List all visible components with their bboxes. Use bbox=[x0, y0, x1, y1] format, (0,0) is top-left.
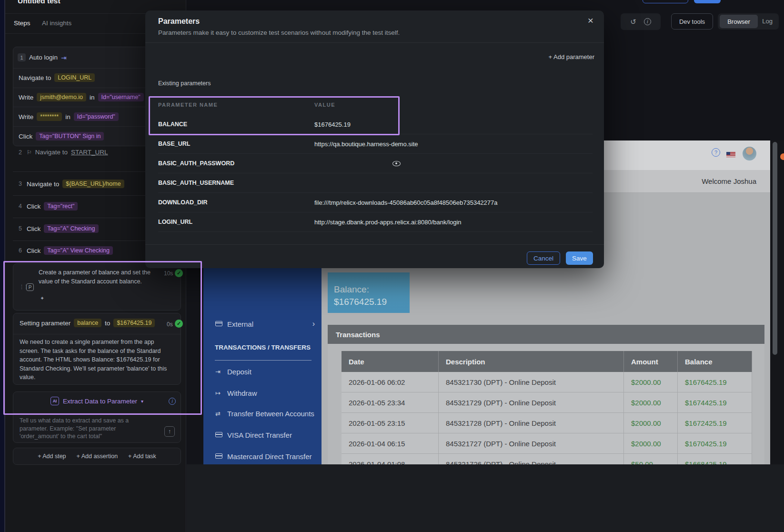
value-badge[interactable]: LOGIN_URL bbox=[54, 73, 95, 82]
table-row[interactable]: 2026-01-06 06:02 845321730 (DPT) - Onlin… bbox=[342, 372, 752, 392]
open-group-icon[interactable]: ⇥ bbox=[61, 54, 67, 61]
value-badge[interactable]: jsmith@demo.io bbox=[37, 93, 86, 101]
cell-balance: $1676425.19 bbox=[678, 372, 752, 392]
sidebar-item-label: External bbox=[227, 320, 253, 328]
tab-steps[interactable]: Steps bbox=[14, 20, 30, 27]
recording-indicator-dot bbox=[780, 153, 784, 160]
cell-balance: $1668425.19 bbox=[678, 454, 752, 464]
tab-ai-insights[interactable]: AI insights bbox=[42, 20, 71, 27]
parameter-name-badge[interactable]: balance bbox=[74, 319, 101, 327]
add-assertion-button[interactable]: + Add assertion bbox=[77, 453, 118, 460]
dev-tools-button[interactable]: Dev tools bbox=[671, 13, 713, 30]
parameter-value: $1676425.19 bbox=[314, 121, 351, 128]
cell-description: 845321730 (DPT) - Online Deposit bbox=[439, 372, 624, 392]
step-4-click-rect[interactable]: 4 Click Tag="rect" bbox=[19, 202, 78, 211]
step-write-username[interactable]: Write jsmith@demo.io in Id="username" bbox=[19, 92, 144, 102]
secondary-action-button-clipped[interactable] bbox=[643, 0, 688, 3]
step-write-password[interactable]: Write ******** in Id="password" bbox=[19, 112, 119, 121]
save-button[interactable]: Save bbox=[566, 251, 593, 265]
deposit-icon: ⇥ bbox=[215, 368, 227, 375]
table-row[interactable]: 2026-01-05 23:15 845321728 (DPT) - Onlin… bbox=[342, 413, 752, 433]
info-icon[interactable]: i bbox=[644, 18, 651, 25]
divider bbox=[13, 334, 181, 334]
step-3-navigate-home[interactable]: 3 Navigate to ${BASE_URL}/home bbox=[19, 180, 124, 188]
step-connector: in bbox=[90, 94, 95, 101]
selector-badge[interactable]: Id="password" bbox=[74, 112, 119, 121]
extract-mode-label[interactable]: Extract Data to Parameter bbox=[63, 398, 137, 405]
parameter-row[interactable]: BALANCE $1676425.19 bbox=[158, 115, 593, 134]
cancel-button[interactable]: Cancel bbox=[527, 251, 560, 265]
parameter-row[interactable]: BASE_URL https://qa.boutique.harness-dem… bbox=[158, 134, 593, 154]
sidebar-item-transfer[interactable]: ⇄ Transfer Between Accounts bbox=[215, 410, 314, 418]
parameter-name: DOWNLOAD_DIR bbox=[158, 199, 314, 206]
sidebar-item-withdraw[interactable]: ↦ Withdraw bbox=[215, 389, 257, 397]
step-duration: 10s bbox=[164, 270, 173, 277]
parameter-value: https://qa.boutique.harness-demo.site bbox=[314, 141, 418, 148]
step-action: Click bbox=[27, 203, 40, 210]
step-action: Click bbox=[27, 247, 40, 254]
scrollbar-thumb[interactable] bbox=[773, 142, 777, 355]
add-parameter-button[interactable]: + Add parameter bbox=[549, 53, 594, 60]
parameter-name: BALANCE bbox=[158, 121, 314, 128]
parameters-modal: Parameters Parameters make it easy to cu… bbox=[145, 10, 604, 268]
transactions-table: Date Description Amount Balance 2026-01-… bbox=[342, 351, 752, 464]
divider bbox=[215, 360, 312, 361]
tab-log[interactable]: Log bbox=[762, 18, 773, 25]
value-badge[interactable]: ******** bbox=[37, 112, 62, 121]
step-5-click-checking[interactable]: 5 Click Tag="A" Checking bbox=[19, 224, 99, 233]
step-connector: in bbox=[65, 113, 70, 120]
chevron-down-icon[interactable]: ▾ bbox=[141, 399, 143, 404]
parameter-row[interactable]: LOGIN_URL http://stage.dbank.prod-apps.r… bbox=[158, 212, 593, 232]
close-icon[interactable]: × bbox=[588, 15, 593, 25]
value-badge[interactable]: ${BASE_URL}/home bbox=[62, 180, 124, 188]
parameter-row[interactable]: DOWNLOAD_DIR file:///tmp/relicx-download… bbox=[158, 193, 593, 212]
help-icon[interactable]: ? bbox=[712, 148, 720, 157]
selector-badge[interactable]: Tag="A" View Checking bbox=[44, 246, 113, 255]
cell-balance: $1674425.19 bbox=[678, 392, 752, 412]
sidebar-item-deposit[interactable]: ⇥ Deposit bbox=[215, 368, 251, 376]
ai-task-text: Create a parameter of balance and set th… bbox=[39, 268, 154, 286]
primary-action-button-clipped[interactable] bbox=[694, 0, 721, 3]
step-number: 4 bbox=[19, 203, 23, 210]
parameter-value-badge[interactable]: $1676425.19 bbox=[113, 319, 155, 327]
parameter-icon: P bbox=[26, 283, 34, 291]
eye-icon[interactable] bbox=[392, 161, 401, 166]
col-header-date: Date bbox=[342, 351, 439, 372]
selector-badge[interactable]: Tag="rect" bbox=[44, 202, 78, 211]
col-header-description: Description bbox=[439, 351, 624, 372]
info-icon[interactable]: i bbox=[169, 398, 176, 405]
step-6-click-view-checking[interactable]: 6 Click Tag="A" View Checking bbox=[19, 246, 113, 255]
selector-badge[interactable]: Tag="A" Checking bbox=[44, 224, 98, 233]
parameter-row[interactable]: BASIC_AUTH_PASSWORD bbox=[158, 154, 593, 173]
sidebar-item-external[interactable]: External › bbox=[215, 320, 315, 328]
transactions-title: Transactions bbox=[336, 331, 380, 339]
submit-prompt-button[interactable]: ↑ bbox=[164, 426, 175, 437]
cell-date: 2026-01-04 01:08 bbox=[342, 454, 439, 464]
chevron-right-icon: › bbox=[312, 320, 315, 328]
parameter-row[interactable]: BASIC_AUTH_USERNAME bbox=[158, 173, 593, 193]
cell-date: 2026-01-05 23:15 bbox=[342, 413, 439, 433]
start-url-link[interactable]: START_URL bbox=[71, 149, 108, 156]
step-navigate-login-url[interactable]: Navigate to LOGIN_URL bbox=[19, 73, 95, 82]
tab-browser[interactable]: Browser bbox=[720, 15, 758, 28]
test-title: Untitled test bbox=[18, 0, 60, 5]
table-row[interactable]: 2026-01-04 01:08 845321726 (DPT) - Onlin… bbox=[342, 454, 752, 464]
sidebar-item-mastercard-transfer[interactable]: Mastercard Direct Transfer bbox=[215, 452, 312, 461]
add-task-button[interactable]: + Add task bbox=[128, 453, 156, 460]
us-flag-icon[interactable] bbox=[726, 152, 735, 158]
table-row[interactable]: 2026-01-05 23:34 845321729 (DPT) - Onlin… bbox=[342, 392, 752, 413]
avatar[interactable] bbox=[743, 147, 756, 161]
setting-parameter-card[interactable]: Setting parameter balance to $1676425.19… bbox=[13, 313, 181, 385]
selector-badge[interactable]: Id="username" bbox=[98, 93, 144, 101]
table-row[interactable]: 2026-01-04 06:15 845321727 (DPT) - Onlin… bbox=[342, 433, 752, 454]
restart-icon[interactable]: ↺ bbox=[630, 18, 636, 26]
extract-prompt-input[interactable]: Tell us what data to extract and save as… bbox=[20, 417, 149, 441]
sidebar-item-visa-transfer[interactable]: VISA Direct Transfer bbox=[215, 431, 292, 439]
group-label: Auto login bbox=[29, 54, 58, 61]
selector-badge[interactable]: Tag="BUTTON" Sign in bbox=[36, 132, 104, 141]
step-click-sign-in[interactable]: Click Tag="BUTTON" Sign in bbox=[19, 131, 104, 141]
add-step-button[interactable]: + Add step bbox=[38, 453, 66, 460]
step-2-navigate-start-url[interactable]: 2 ⚐ Navigate to START_URL bbox=[19, 149, 108, 156]
step-number: 6 bbox=[19, 247, 23, 254]
ai-task-card[interactable]: ⋮⋮ P Create a parameter of balance and s… bbox=[13, 263, 181, 311]
